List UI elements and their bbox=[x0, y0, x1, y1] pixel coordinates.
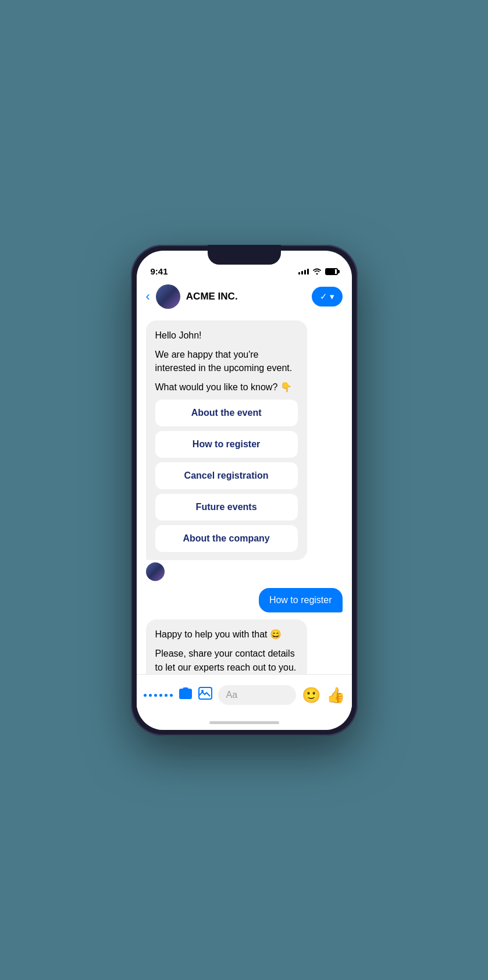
more-options-icon[interactable] bbox=[144, 694, 173, 697]
phone-notch bbox=[208, 245, 281, 265]
avatar bbox=[156, 284, 180, 309]
back-button[interactable]: ‹ bbox=[146, 289, 150, 304]
user-message-1: How to register bbox=[146, 588, 343, 612]
user-bubble-1: How to register bbox=[259, 588, 343, 612]
phone-screen: 9:41 bbox=[137, 251, 352, 730]
bot-avatar-row bbox=[146, 562, 343, 581]
chat-area: Hello John! We are happy that you're int… bbox=[137, 315, 352, 674]
wifi-icon bbox=[312, 267, 322, 276]
quick-reply-future-events[interactable]: Future events bbox=[155, 494, 298, 521]
bot-bubble-1: Hello John! We are happy that you're int… bbox=[146, 320, 307, 561]
bot-reply-1: Happy to help you with that 😄 bbox=[155, 628, 298, 641]
status-icons bbox=[298, 267, 338, 276]
chat-header: ‹ ACME INC. ✓ ▾ bbox=[137, 280, 352, 315]
emoji-icon[interactable]: 🙂 bbox=[302, 686, 320, 704]
camera-icon[interactable] bbox=[179, 687, 193, 703]
quick-reply-about-event[interactable]: About the event bbox=[155, 400, 298, 426]
home-bar bbox=[209, 721, 279, 724]
bot-reply-2: Please, share your contact details to le… bbox=[155, 647, 298, 673]
chevron-icon: ▾ bbox=[330, 291, 334, 302]
bot-bubble-2: Happy to help you with that 😄 Please, sh… bbox=[146, 619, 307, 673]
thumbsup-icon[interactable]: 👍 bbox=[326, 686, 345, 704]
signal-icon bbox=[298, 269, 309, 275]
quick-reply-cancel-registration[interactable]: Cancel registration bbox=[155, 462, 298, 489]
bot-text-2: What would you like to know? 👇 bbox=[155, 380, 298, 394]
bot-greeting: Hello John! bbox=[155, 329, 298, 342]
user-text-1: How to register bbox=[269, 595, 332, 605]
quick-reply-how-to-register[interactable]: How to register bbox=[155, 431, 298, 458]
battery-icon bbox=[325, 268, 338, 275]
image-icon[interactable] bbox=[198, 687, 212, 703]
input-placeholder: Aa bbox=[226, 690, 238, 700]
status-time: 9:41 bbox=[151, 266, 168, 276]
quick-reply-about-company[interactable]: About the company bbox=[155, 525, 298, 552]
message-input[interactable]: Aa bbox=[218, 685, 296, 705]
phone-frame: 9:41 bbox=[131, 245, 358, 736]
bot-message-2: Happy to help you with that 😄 Please, sh… bbox=[146, 619, 343, 673]
bot-text-1: We are happy that you're interested in t… bbox=[155, 348, 298, 375]
action-button[interactable]: ✓ ▾ bbox=[312, 287, 343, 307]
quick-replies: About the event How to register Cancel r… bbox=[155, 400, 298, 552]
check-icon: ✓ bbox=[320, 291, 327, 302]
input-bar: Aa 🙂 👍 bbox=[137, 674, 352, 716]
bot-avatar bbox=[146, 562, 165, 581]
bot-message-1: Hello John! We are happy that you're int… bbox=[146, 320, 343, 561]
contact-name: ACME INC. bbox=[186, 291, 312, 302]
home-indicator bbox=[137, 716, 352, 730]
